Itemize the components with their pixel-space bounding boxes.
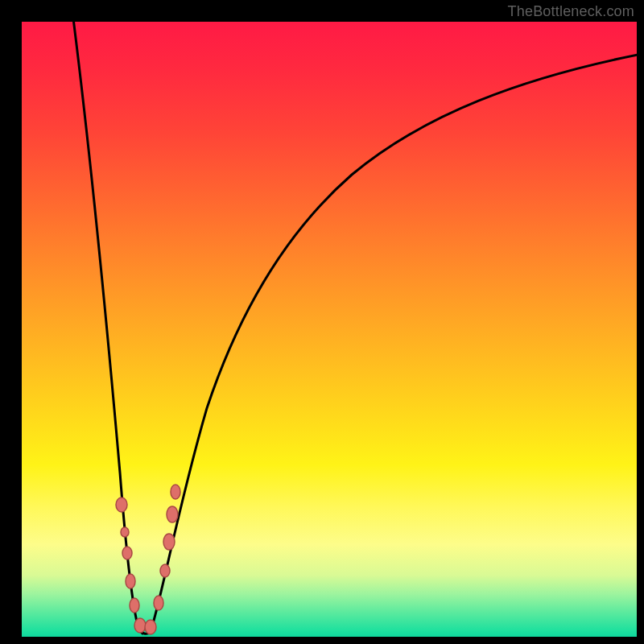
bottleneck-curve [22, 22, 637, 637]
data-marker [134, 618, 146, 633]
data-marker [145, 620, 156, 634]
data-marker [116, 497, 127, 512]
data-marker [121, 527, 129, 537]
data-marker [154, 596, 163, 610]
data-marker [163, 534, 175, 550]
data-marker [171, 485, 180, 499]
data-marker [126, 574, 135, 588]
data-marker [160, 564, 170, 577]
chart-plot-area [22, 22, 637, 637]
attribution-text: TheBottleneck.com [508, 3, 634, 20]
curve-left-branch [72, 22, 142, 634]
curve-right-branch [151, 54, 637, 632]
data-marker [122, 547, 132, 559]
image-frame: TheBottleneck.com [0, 0, 644, 644]
data-marker [130, 598, 139, 613]
data-marker [167, 506, 178, 522]
